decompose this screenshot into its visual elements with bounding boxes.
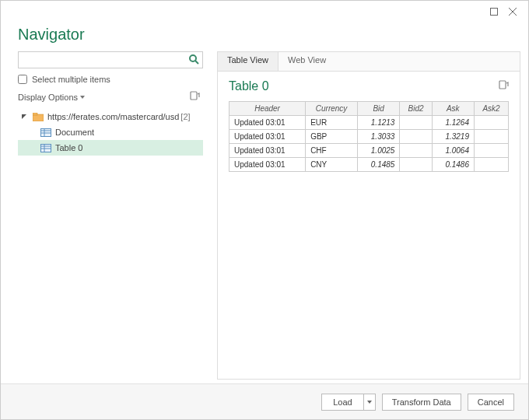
svg-rect-0 <box>491 9 498 16</box>
table-cell: 1.1213 <box>357 116 399 130</box>
table-cell: 1.3219 <box>432 130 474 144</box>
titlebar <box>1 1 528 23</box>
table-cell <box>475 116 509 130</box>
table-cell: CNY <box>306 158 358 172</box>
table-cell: 0.1486 <box>432 158 474 172</box>
table-cell: Updated 03:01 <box>229 116 306 130</box>
search-icon[interactable] <box>188 54 199 68</box>
svg-rect-7 <box>33 114 44 121</box>
table-cell: 1.0025 <box>357 144 399 158</box>
refresh-icon[interactable] <box>498 79 509 93</box>
table-header[interactable]: Bid2 <box>400 102 432 116</box>
table-cell <box>475 144 509 158</box>
load-dropdown-button[interactable] <box>363 394 376 411</box>
table-row[interactable]: Updated 03:01EUR1.12131.1264 <box>229 116 509 130</box>
table-icon <box>40 142 52 154</box>
select-multiple-items[interactable]: Select multiple items <box>18 75 203 84</box>
tab-table-view[interactable]: Table View <box>218 52 279 71</box>
tree-item-document[interactable]: Document <box>18 124 203 140</box>
table-cell <box>400 158 432 172</box>
footer: Load Transform Data Cancel <box>1 383 528 419</box>
table-header[interactable]: Ask2 <box>475 102 509 116</box>
left-panel: Select multiple items Display Options ht… <box>18 51 203 380</box>
refresh-icon[interactable] <box>189 90 200 104</box>
table-row[interactable]: Updated 03:01CHF1.00251.0064 <box>229 144 509 158</box>
select-multiple-checkbox[interactable] <box>18 75 27 84</box>
tree-item-table0[interactable]: Table 0 <box>18 140 203 156</box>
table-header[interactable]: Currency <box>306 102 358 116</box>
tab-web-view[interactable]: Web View <box>279 52 335 71</box>
table-cell: GBP <box>306 130 358 144</box>
table-cell <box>475 158 509 172</box>
table-cell: 1.0064 <box>432 144 474 158</box>
page-title: Navigator <box>1 23 528 51</box>
table-cell <box>400 130 432 144</box>
right-panel: Table View Web View Table 0 Header Curre… <box>217 51 520 380</box>
svg-rect-17 <box>499 81 506 89</box>
tree-root-count: [2] <box>180 112 190 121</box>
main-content: Select multiple items Display Options ht… <box>1 51 528 380</box>
table-cell: CHF <box>306 144 358 158</box>
table-header[interactable]: Bid <box>357 102 399 116</box>
table-icon <box>40 126 52 138</box>
tree-root-label: https://ferates.com/mastercard/usd <box>47 112 179 121</box>
load-button-group: Load <box>321 394 375 411</box>
tree-root[interactable]: https://ferates.com/mastercard/usd [2] <box>18 109 203 124</box>
svg-point-3 <box>190 55 196 61</box>
preview-tabs: Table View Web View <box>218 52 520 71</box>
table-cell <box>400 144 432 158</box>
table-header[interactable]: Header <box>229 102 306 116</box>
display-options-dropdown[interactable]: Display Options <box>18 93 85 102</box>
tree-item-label: Table 0 <box>55 143 82 152</box>
close-button[interactable] <box>503 4 522 19</box>
display-options-row: Display Options <box>18 90 203 104</box>
table-header-row: Header Currency Bid Bid2 Ask Ask2 <box>229 102 509 116</box>
search-input[interactable] <box>18 51 203 68</box>
collapse-icon[interactable] <box>21 114 29 120</box>
tree: https://ferates.com/mastercard/usd [2] D… <box>18 109 203 156</box>
svg-line-4 <box>195 61 198 64</box>
table-cell: 0.1485 <box>357 158 399 172</box>
svg-rect-8 <box>33 113 37 115</box>
search-row <box>18 51 203 68</box>
display-options-label: Display Options <box>18 93 78 102</box>
folder-icon <box>32 110 44 123</box>
preview-table: Header Currency Bid Bid2 Ask Ask2 Update… <box>229 101 509 172</box>
maximize-button[interactable] <box>485 4 503 19</box>
preview-pane: Table 0 Header Currency Bid Bid2 Ask Ask… <box>218 71 520 379</box>
tree-item-label: Document <box>55 128 94 137</box>
table-cell <box>400 116 432 130</box>
table-cell: Updated 03:01 <box>229 144 306 158</box>
load-button[interactable]: Load <box>321 394 363 411</box>
preview-header: Table 0 <box>229 79 509 93</box>
table-cell: Updated 03:01 <box>229 130 306 144</box>
table-cell <box>475 130 509 144</box>
preview-title: Table 0 <box>229 79 269 93</box>
svg-rect-5 <box>191 92 197 100</box>
table-cell: 1.3033 <box>357 130 399 144</box>
table-row[interactable]: Updated 03:01CNY0.14850.1486 <box>229 158 509 172</box>
cancel-button[interactable]: Cancel <box>468 394 514 411</box>
table-cell: 1.1264 <box>432 116 474 130</box>
table-cell: EUR <box>306 116 358 130</box>
select-multiple-label: Select multiple items <box>32 75 110 84</box>
svg-marker-6 <box>22 114 26 119</box>
table-cell: Updated 03:01 <box>229 158 306 172</box>
table-header[interactable]: Ask <box>432 102 474 116</box>
transform-data-button[interactable]: Transform Data <box>382 394 461 411</box>
table-row[interactable]: Updated 03:01GBP1.30331.3219 <box>229 130 509 144</box>
